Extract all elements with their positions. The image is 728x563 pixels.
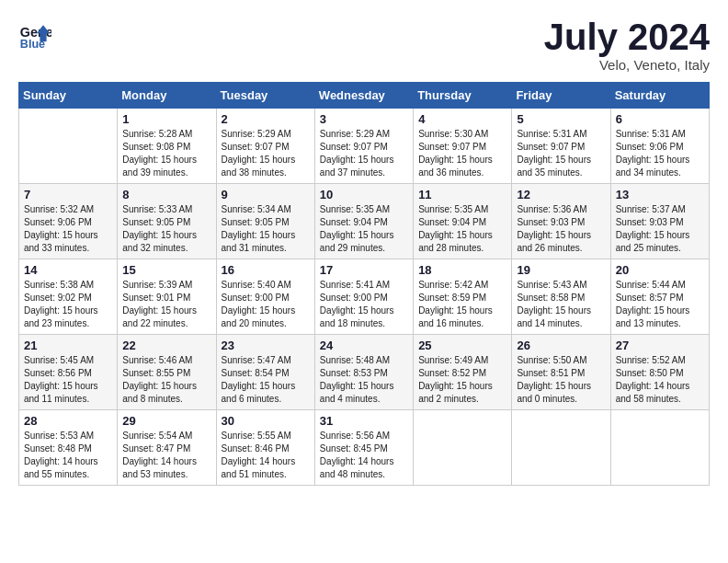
day-info: Sunrise: 5:55 AM Sunset: 8:46 PM Dayligh… <box>222 430 310 481</box>
day-info: Sunrise: 5:56 AM Sunset: 8:45 PM Dayligh… <box>320 430 408 481</box>
calendar-table: SundayMondayTuesdayWednesdayThursdayFrid… <box>18 82 710 486</box>
weekday-header-row: SundayMondayTuesdayWednesdayThursdayFrid… <box>19 83 710 109</box>
calendar-cell: 14Sunrise: 5:38 AM Sunset: 9:02 PM Dayli… <box>19 259 118 335</box>
day-number: 20 <box>616 263 704 277</box>
day-info: Sunrise: 5:29 AM Sunset: 9:07 PM Dayligh… <box>222 128 310 179</box>
day-number: 17 <box>320 263 408 277</box>
calendar-cell: 15Sunrise: 5:39 AM Sunset: 9:01 PM Dayli… <box>118 259 216 335</box>
day-info: Sunrise: 5:38 AM Sunset: 9:02 PM Dayligh… <box>24 279 112 330</box>
day-info: Sunrise: 5:37 AM Sunset: 9:03 PM Dayligh… <box>616 203 704 255</box>
calendar-cell: 28Sunrise: 5:53 AM Sunset: 8:48 PM Dayli… <box>19 410 118 486</box>
day-info: Sunrise: 5:45 AM Sunset: 8:56 PM Dayligh… <box>24 354 112 406</box>
week-row-4: 21Sunrise: 5:45 AM Sunset: 8:56 PM Dayli… <box>19 335 710 410</box>
week-row-2: 7Sunrise: 5:32 AM Sunset: 9:06 PM Daylig… <box>19 184 710 259</box>
month-title: July 2024 <box>544 18 710 55</box>
weekday-header-friday: Friday <box>512 83 610 109</box>
day-info: Sunrise: 5:53 AM Sunset: 8:48 PM Dayligh… <box>24 430 112 481</box>
calendar-cell: 3Sunrise: 5:29 AM Sunset: 9:07 PM Daylig… <box>314 109 413 184</box>
calendar-cell: 25Sunrise: 5:49 AM Sunset: 8:52 PM Dayli… <box>414 335 512 410</box>
day-number: 21 <box>24 339 112 352</box>
day-number: 23 <box>222 339 310 352</box>
week-row-5: 28Sunrise: 5:53 AM Sunset: 8:48 PM Dayli… <box>19 410 710 486</box>
day-info: Sunrise: 5:35 AM Sunset: 9:04 PM Dayligh… <box>320 203 408 255</box>
day-number: 5 <box>517 112 605 126</box>
calendar-cell: 21Sunrise: 5:45 AM Sunset: 8:56 PM Dayli… <box>19 335 118 410</box>
weekday-header-sunday: Sunday <box>19 83 118 109</box>
calendar-cell: 4Sunrise: 5:30 AM Sunset: 9:07 PM Daylig… <box>414 109 512 184</box>
day-number: 6 <box>616 112 704 126</box>
day-info: Sunrise: 5:54 AM Sunset: 8:47 PM Dayligh… <box>122 430 210 481</box>
calendar-cell: 12Sunrise: 5:36 AM Sunset: 9:03 PM Dayli… <box>512 184 610 259</box>
day-info: Sunrise: 5:36 AM Sunset: 9:03 PM Dayligh… <box>517 203 605 255</box>
calendar-cell: 27Sunrise: 5:52 AM Sunset: 8:50 PM Dayli… <box>610 335 709 410</box>
calendar-cell: 19Sunrise: 5:43 AM Sunset: 8:58 PM Dayli… <box>512 259 610 335</box>
day-number: 14 <box>24 263 112 277</box>
day-info: Sunrise: 5:44 AM Sunset: 8:57 PM Dayligh… <box>616 279 704 330</box>
weekday-header-tuesday: Tuesday <box>216 83 314 109</box>
day-info: Sunrise: 5:50 AM Sunset: 8:51 PM Dayligh… <box>517 354 605 406</box>
week-row-1: 1Sunrise: 5:28 AM Sunset: 9:08 PM Daylig… <box>19 109 710 184</box>
day-number: 1 <box>122 112 210 126</box>
calendar-cell: 16Sunrise: 5:40 AM Sunset: 9:00 PM Dayli… <box>216 259 314 335</box>
calendar-cell: 17Sunrise: 5:41 AM Sunset: 9:00 PM Dayli… <box>314 259 413 335</box>
day-info: Sunrise: 5:33 AM Sunset: 9:05 PM Dayligh… <box>122 203 210 255</box>
calendar-cell: 30Sunrise: 5:55 AM Sunset: 8:46 PM Dayli… <box>216 410 314 486</box>
day-number: 3 <box>320 112 408 126</box>
weekday-header-wednesday: Wednesday <box>314 83 413 109</box>
calendar-cell: 8Sunrise: 5:33 AM Sunset: 9:05 PM Daylig… <box>118 184 216 259</box>
header: General Blue July 2024 Velo, Veneto, Ita… <box>18 18 710 73</box>
logo-icon: General Blue <box>18 18 51 52</box>
day-number: 8 <box>122 188 210 201</box>
location-subtitle: Velo, Veneto, Italy <box>544 57 710 73</box>
day-number: 18 <box>418 263 506 277</box>
day-number: 28 <box>24 414 112 428</box>
day-number: 7 <box>24 188 112 201</box>
calendar-cell: 24Sunrise: 5:48 AM Sunset: 8:53 PM Dayli… <box>314 335 413 410</box>
calendar-cell <box>610 410 709 486</box>
day-number: 29 <box>122 414 210 428</box>
calendar-cell: 2Sunrise: 5:29 AM Sunset: 9:07 PM Daylig… <box>216 109 314 184</box>
day-info: Sunrise: 5:35 AM Sunset: 9:04 PM Dayligh… <box>418 203 506 255</box>
calendar-cell: 22Sunrise: 5:46 AM Sunset: 8:55 PM Dayli… <box>118 335 216 410</box>
calendar-cell <box>512 410 610 486</box>
calendar-cell: 9Sunrise: 5:34 AM Sunset: 9:05 PM Daylig… <box>216 184 314 259</box>
calendar-cell: 13Sunrise: 5:37 AM Sunset: 9:03 PM Dayli… <box>610 184 709 259</box>
day-info: Sunrise: 5:40 AM Sunset: 9:00 PM Dayligh… <box>222 279 310 330</box>
day-number: 10 <box>320 188 408 201</box>
day-info: Sunrise: 5:34 AM Sunset: 9:05 PM Dayligh… <box>222 203 310 255</box>
calendar-cell: 10Sunrise: 5:35 AM Sunset: 9:04 PM Dayli… <box>314 184 413 259</box>
day-number: 25 <box>418 339 506 352</box>
day-info: Sunrise: 5:47 AM Sunset: 8:54 PM Dayligh… <box>222 354 310 406</box>
day-info: Sunrise: 5:41 AM Sunset: 9:00 PM Dayligh… <box>320 279 408 330</box>
day-number: 27 <box>616 339 704 352</box>
day-number: 11 <box>418 188 506 201</box>
calendar-cell: 26Sunrise: 5:50 AM Sunset: 8:51 PM Dayli… <box>512 335 610 410</box>
day-info: Sunrise: 5:29 AM Sunset: 9:07 PM Dayligh… <box>320 128 408 179</box>
day-number: 26 <box>517 339 605 352</box>
day-number: 13 <box>616 188 704 201</box>
day-info: Sunrise: 5:52 AM Sunset: 8:50 PM Dayligh… <box>616 354 704 406</box>
calendar-cell: 11Sunrise: 5:35 AM Sunset: 9:04 PM Dayli… <box>414 184 512 259</box>
calendar-cell: 31Sunrise: 5:56 AM Sunset: 8:45 PM Dayli… <box>314 410 413 486</box>
day-info: Sunrise: 5:30 AM Sunset: 9:07 PM Dayligh… <box>418 128 506 179</box>
day-info: Sunrise: 5:42 AM Sunset: 8:59 PM Dayligh… <box>418 279 506 330</box>
day-info: Sunrise: 5:32 AM Sunset: 9:06 PM Dayligh… <box>24 203 112 255</box>
logo: General Blue <box>18 18 51 52</box>
day-number: 9 <box>222 188 310 201</box>
day-number: 31 <box>320 414 408 428</box>
calendar-cell: 29Sunrise: 5:54 AM Sunset: 8:47 PM Dayli… <box>118 410 216 486</box>
day-number: 19 <box>517 263 605 277</box>
calendar-cell <box>414 410 512 486</box>
day-info: Sunrise: 5:31 AM Sunset: 9:06 PM Dayligh… <box>616 128 704 179</box>
calendar-cell <box>19 109 118 184</box>
day-info: Sunrise: 5:43 AM Sunset: 8:58 PM Dayligh… <box>517 279 605 330</box>
day-number: 4 <box>418 112 506 126</box>
weekday-header-monday: Monday <box>118 83 216 109</box>
calendar-cell: 7Sunrise: 5:32 AM Sunset: 9:06 PM Daylig… <box>19 184 118 259</box>
title-block: July 2024 Velo, Veneto, Italy <box>544 18 710 73</box>
day-info: Sunrise: 5:28 AM Sunset: 9:08 PM Dayligh… <box>122 128 210 179</box>
calendar-cell: 20Sunrise: 5:44 AM Sunset: 8:57 PM Dayli… <box>610 259 709 335</box>
calendar-cell: 18Sunrise: 5:42 AM Sunset: 8:59 PM Dayli… <box>414 259 512 335</box>
day-number: 2 <box>222 112 310 126</box>
day-info: Sunrise: 5:49 AM Sunset: 8:52 PM Dayligh… <box>418 354 506 406</box>
